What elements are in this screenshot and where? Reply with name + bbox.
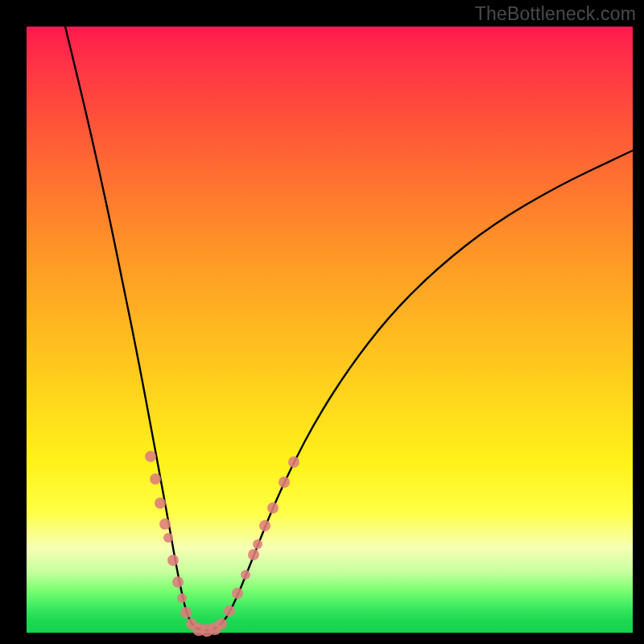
data-marker [267,502,279,514]
data-marker [167,555,179,566]
data-marker [224,605,235,617]
data-marker [288,456,299,468]
data-marker [253,539,262,549]
marker-group [145,451,299,637]
watermark-text: TheBottleneck.com [475,3,636,25]
data-marker [172,576,184,588]
data-marker [155,497,166,509]
data-marker [145,451,156,462]
data-marker [248,549,259,560]
bottleneck-curve [65,27,633,630]
data-marker [180,607,192,618]
data-marker [159,518,171,530]
data-marker [177,593,187,603]
data-marker [150,473,161,485]
chart-frame: TheBottleneck.com [0,0,644,644]
bottleneck-curve-svg [27,27,633,633]
data-marker [163,533,173,543]
data-marker [216,618,227,630]
chart-plot-area [27,27,633,633]
data-marker [259,520,270,531]
data-marker [232,588,243,599]
data-marker [241,570,250,580]
data-marker [279,477,290,488]
